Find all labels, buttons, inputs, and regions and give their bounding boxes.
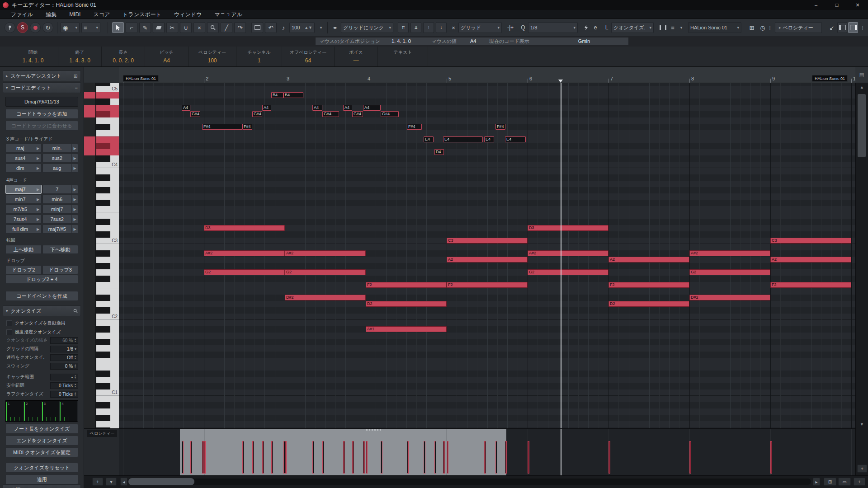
velocity-bar[interactable] <box>609 441 610 474</box>
insert-velocity-dropdown[interactable]: ▾ <box>316 22 324 33</box>
param-value-spinner[interactable]: 0 Ticks▲▼ <box>50 382 78 389</box>
piano-key[interactable] <box>96 143 119 149</box>
stepper-icons[interactable]: ▲▼ <box>74 338 76 343</box>
add-lane-button[interactable]: + <box>92 478 103 486</box>
param-value-spinner[interactable]: -▲▼ <box>50 374 78 380</box>
piano-key[interactable] <box>96 295 119 301</box>
minus-plus-icon[interactable]: -|+ <box>505 22 516 33</box>
select-tool[interactable] <box>112 22 124 33</box>
midi-note-A#2[interactable]: A#2 <box>285 250 366 256</box>
midi-note-G#4[interactable]: G#4 <box>190 111 200 117</box>
midi-note-G#4[interactable]: G#4 <box>252 111 262 117</box>
chord-type-min6[interactable]: min6▶ <box>42 195 79 204</box>
chord-apply-arrow-icon[interactable]: ▶ <box>71 215 78 223</box>
zoom-in-button[interactable]: + <box>854 478 865 486</box>
apply-quantize-icon[interactable] <box>581 22 590 33</box>
piano-key[interactable] <box>96 124 119 130</box>
midi-note-G2[interactable]: G2 <box>528 269 609 275</box>
midi-note-A4[interactable]: A4 <box>262 105 271 111</box>
piano-key[interactable] <box>96 168 119 174</box>
piano-key[interactable]: C5 <box>96 86 119 92</box>
piano-key[interactable] <box>96 371 119 377</box>
scale-panel-icon[interactable]: ⊞ <box>74 73 78 79</box>
midi-note-E4[interactable]: E4 <box>484 136 494 142</box>
midi-note-A#1[interactable]: A#1 <box>366 326 447 332</box>
midi-note-C3[interactable]: C3 <box>770 238 851 244</box>
part-borders-icon[interactable] <box>658 22 667 33</box>
piano-key[interactable] <box>96 396 119 402</box>
piano-key[interactable] <box>96 155 119 162</box>
vertical-scrollbar[interactable]: ▲ ▼ <box>855 83 868 428</box>
midi-note-A2[interactable]: A2 <box>609 257 689 263</box>
link-editors-icon[interactable]: ↙ <box>827 22 836 33</box>
draw-tool[interactable]: ✎ <box>139 22 151 33</box>
midi-note-G2[interactable]: G2 <box>285 269 366 275</box>
erase-tool[interactable] <box>153 22 165 33</box>
line-tool[interactable]: ╱ <box>221 22 232 33</box>
tempo-clock-icon[interactable]: ◷ <box>758 22 768 33</box>
piano-key[interactable] <box>96 301 119 307</box>
midi-note-F#4[interactable]: F#4 <box>202 124 242 130</box>
piano-key[interactable] <box>96 307 119 314</box>
grid-type-select[interactable]: グリッド▾ <box>458 22 502 33</box>
lane-preset-dropdown[interactable]: ▾ <box>106 478 117 486</box>
piano-key[interactable] <box>96 231 119 238</box>
chord-apply-arrow-icon[interactable]: ▶ <box>35 164 41 172</box>
param-value-spinner[interactable]: 60 %▲▼ <box>50 337 78 344</box>
chord-apply-arrow-icon[interactable]: ▶ <box>35 205 41 213</box>
toolbar-options-icon[interactable]: ⋮ <box>860 22 865 33</box>
piano-key[interactable] <box>96 269 119 276</box>
close-button[interactable]: ✕ <box>847 0 868 10</box>
independent-loop-button[interactable] <box>251 22 263 33</box>
solo-editor-button[interactable]: S <box>17 22 28 33</box>
quantize-panel-button[interactable]: e <box>591 22 599 33</box>
menu-item-トランスポート[interactable]: トランスポート <box>116 10 168 19</box>
move-up-button[interactable]: ↑ <box>423 22 434 33</box>
piano-key[interactable] <box>96 333 119 339</box>
auto-apply-quantize-checkbox[interactable] <box>6 320 12 326</box>
piano-key[interactable] <box>96 225 119 231</box>
midi-note-A4[interactable]: A4 <box>363 105 381 111</box>
menu-icon[interactable]: ≡ <box>75 85 78 90</box>
acoustic-feedback-button[interactable] <box>30 22 41 33</box>
piano-key[interactable] <box>96 358 119 364</box>
inversion-上へ移動[interactable]: 上へ移動 <box>5 245 42 254</box>
snap-type-select[interactable]: グリッドにリンク▾ <box>341 22 393 33</box>
snap-icon[interactable]: ◂▸ <box>330 22 340 33</box>
velocity-bar[interactable] <box>204 441 206 474</box>
mute-tool[interactable]: × <box>193 22 205 33</box>
velocity-region-grip[interactable] <box>366 429 382 431</box>
chord-apply-arrow-icon[interactable]: ▶ <box>35 215 41 223</box>
piano-key[interactable] <box>96 111 119 117</box>
nudge-start-left-button[interactable]: ⇈ <box>398 22 409 33</box>
playhead[interactable] <box>561 83 561 428</box>
piano-key[interactable] <box>96 282 119 288</box>
piano-key[interactable] <box>96 92 119 99</box>
show-note-expression-button[interactable]: ≡▾ <box>81 22 100 33</box>
midi-note-F2[interactable]: F2 <box>770 282 851 288</box>
chord-type-7[interactable]: 7▶ <box>42 185 79 194</box>
piano-key[interactable] <box>96 421 119 427</box>
length-quantize-select[interactable]: クオンタイズ.▾ <box>611 22 654 33</box>
part-end-label[interactable]: HALion Sonic 01 <box>812 75 848 82</box>
setup-grid-icon[interactable]: ⊞ <box>747 22 757 33</box>
midi-note-D3[interactable]: D3 <box>528 225 609 231</box>
quantize-button-ノート長をクオンタイズ[interactable]: ノート長をクオンタイズ <box>5 424 78 434</box>
insert-velocity-value[interactable]: 100▲▼ <box>289 22 315 33</box>
apply-quantize-button[interactable]: 適用 <box>5 474 78 484</box>
piano-key[interactable] <box>96 415 119 421</box>
zoom-full-button[interactable]: ▭ <box>838 478 851 486</box>
stepper-icons[interactable]: ▲▼ <box>74 364 76 368</box>
velocity-bar[interactable] <box>242 441 244 474</box>
match-chord-track-button[interactable]: コードトラックに合わせる <box>5 121 78 131</box>
quantize-button-MIDI クオンタイズを固定[interactable]: MIDI クオンタイズを固定 <box>5 447 78 457</box>
piano-key[interactable] <box>96 117 119 124</box>
midi-note-A2[interactable]: A2 <box>770 257 851 263</box>
auto-select-controllers-button[interactable]: ◉▾ <box>61 22 80 33</box>
drop-ドロップ2 + 4[interactable]: ドロップ2 + 4 <box>5 275 78 284</box>
piano-key[interactable]: C3 <box>96 238 119 244</box>
midi-note-A#2[interactable]: A#2 <box>528 250 609 256</box>
velocity-lane-label[interactable]: ベロシティー <box>87 430 117 437</box>
chord-apply-arrow-icon[interactable]: ▶ <box>71 154 78 162</box>
inversion-下へ移動[interactable]: 下へ移動 <box>42 245 79 254</box>
